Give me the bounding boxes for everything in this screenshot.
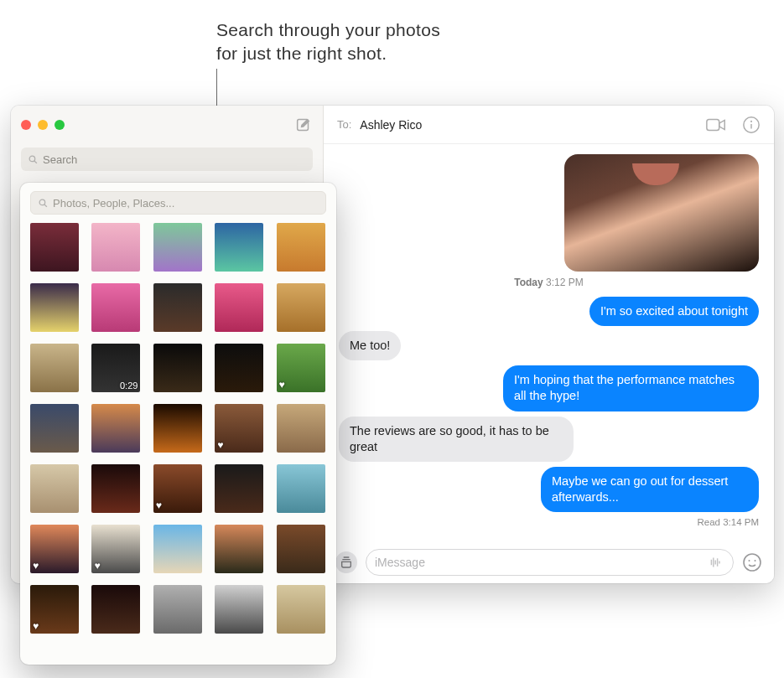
- compose-bar: iMessage: [324, 541, 774, 583]
- apps-icon: [340, 556, 353, 569]
- photo-thumbnail[interactable]: 0:29: [91, 344, 140, 392]
- photo-thumbnail[interactable]: [153, 344, 202, 392]
- photo-thumbnail[interactable]: [153, 585, 202, 634]
- details-info-icon[interactable]: [742, 116, 761, 134]
- search-icon: [28, 154, 39, 165]
- photo-thumbnail[interactable]: [91, 585, 140, 634]
- timestamp: Today 3:12 PM: [339, 277, 759, 288]
- sent-bubble[interactable]: Maybe we can go out for dessert afterwar…: [541, 467, 759, 512]
- sidebar-search-input[interactable]: Search: [21, 148, 313, 171]
- photo-thumbnail[interactable]: ♥: [153, 464, 202, 513]
- photo-thumbnail[interactable]: ♥: [30, 585, 79, 634]
- photo-thumbnail[interactable]: [91, 283, 140, 332]
- sent-bubble[interactable]: I'm hoping that the performance matches …: [503, 365, 759, 411]
- photo-thumbnail[interactable]: [30, 283, 79, 332]
- audio-message-icon[interactable]: [708, 556, 724, 569]
- favorite-heart-icon: ♥: [279, 379, 285, 391]
- photo-thumbnail[interactable]: [215, 283, 263, 332]
- video-call-icon[interactable]: [705, 116, 727, 133]
- photo-thumbnail[interactable]: [277, 283, 325, 332]
- compose-icon: [294, 116, 313, 134]
- video-duration-badge: 0:29: [120, 380, 138, 391]
- received-bubble[interactable]: The reviews are so good, it has to be gr…: [339, 417, 574, 462]
- message-row: Me too!: [339, 331, 759, 360]
- photos-search-placeholder: Photos, People, Places...: [53, 197, 174, 210]
- conversation-pane: To: Ashley Rico Today 3:12 PM I'm so exc…: [324, 106, 774, 583]
- timestamp-time: 3:12 PM: [546, 277, 584, 288]
- svg-point-6: [749, 560, 750, 562]
- svg-rect-2: [707, 119, 719, 130]
- photo-thumbnail[interactable]: [215, 344, 263, 392]
- read-receipt: Read 3:14 PM: [339, 517, 759, 527]
- titlebar: [11, 106, 323, 144]
- message-row: Maybe we can go out for dessert afterwar…: [339, 467, 759, 512]
- conversation-scroll[interactable]: Today 3:12 PM I'm so excited about tonig…: [324, 144, 774, 541]
- compose-button[interactable]: [294, 116, 313, 134]
- favorite-heart-icon: ♥: [156, 499, 162, 511]
- photo-thumbnail[interactable]: [215, 585, 263, 634]
- photo-thumbnail[interactable]: ♥: [277, 344, 325, 392]
- recipient-name[interactable]: Ashley Rico: [360, 118, 422, 132]
- sent-bubble[interactable]: I'm so excited about tonight: [589, 297, 759, 326]
- photo-thumbnail[interactable]: [91, 223, 140, 272]
- favorite-heart-icon: ♥: [217, 439, 223, 451]
- svg-point-7: [755, 560, 756, 562]
- annotation-line1: Search through your photos: [216, 20, 440, 39]
- photo-thumbnail[interactable]: [91, 464, 140, 513]
- photo-thumbnail[interactable]: [153, 223, 202, 272]
- timestamp-day: Today: [514, 277, 543, 288]
- photo-thumbnail[interactable]: [277, 525, 325, 573]
- photo-thumbnail[interactable]: [153, 283, 202, 332]
- photo-thumbnail[interactable]: [30, 344, 79, 392]
- apps-button[interactable]: [335, 551, 357, 573]
- photo-thumbnail[interactable]: [277, 404, 325, 453]
- favorite-heart-icon: ♥: [33, 560, 39, 572]
- svg-point-4: [750, 120, 752, 122]
- message-row: I'm so excited about tonight: [339, 297, 759, 326]
- photo-thumbnail[interactable]: ♥: [91, 525, 140, 573]
- photo-thumbnail[interactable]: [30, 223, 79, 272]
- photo-thumbnail[interactable]: ♥: [30, 525, 79, 573]
- photo-thumbnail[interactable]: [30, 464, 79, 513]
- message-input[interactable]: iMessage: [366, 549, 734, 576]
- favorite-heart-icon: ♥: [33, 620, 39, 632]
- photo-thumbnail[interactable]: [91, 404, 140, 453]
- svg-point-1: [29, 156, 35, 162]
- message-row: I'm hoping that the performance matches …: [339, 365, 759, 411]
- photo-grid: 0:29♥♥♥♥♥♥: [20, 223, 336, 634]
- to-label: To:: [337, 118, 351, 131]
- photos-popover: Photos, People, Places... 0:29♥♥♥♥♥♥: [20, 183, 336, 665]
- photo-thumbnail[interactable]: [277, 223, 325, 272]
- message-placeholder: iMessage: [375, 556, 425, 569]
- annotation-line2: for just the right shot.: [216, 44, 387, 63]
- close-window-button[interactable]: [21, 120, 31, 130]
- zoom-window-button[interactable]: [55, 120, 65, 130]
- photo-thumbnail[interactable]: [215, 525, 263, 573]
- received-bubble[interactable]: Me too!: [339, 331, 401, 360]
- photo-thumbnail[interactable]: [153, 404, 202, 453]
- message-row: The reviews are so good, it has to be gr…: [339, 417, 759, 462]
- photo-thumbnail[interactable]: [277, 464, 325, 513]
- conversation-header: To: Ashley Rico: [324, 106, 774, 144]
- photos-search-input[interactable]: Photos, People, Places...: [30, 191, 326, 215]
- search-icon: [38, 198, 49, 209]
- photo-thumbnail[interactable]: [30, 404, 79, 453]
- annotation-callout: Search through your photos for just the …: [216, 18, 440, 66]
- photo-thumbnail[interactable]: [277, 585, 325, 634]
- photo-thumbnail[interactable]: [215, 464, 263, 513]
- photo-thumbnail[interactable]: ♥: [215, 404, 263, 453]
- minimize-window-button[interactable]: [38, 120, 48, 130]
- favorite-heart-icon: ♥: [94, 560, 100, 572]
- photo-thumbnail[interactable]: [215, 223, 263, 272]
- sent-photo-attachment[interactable]: [564, 154, 759, 272]
- svg-point-5: [744, 554, 761, 571]
- window-controls: [21, 120, 65, 130]
- photo-thumbnail[interactable]: [153, 525, 202, 573]
- emoji-picker-icon[interactable]: [742, 552, 762, 572]
- svg-point-8: [39, 199, 45, 205]
- sidebar-search-placeholder: Search: [43, 153, 77, 166]
